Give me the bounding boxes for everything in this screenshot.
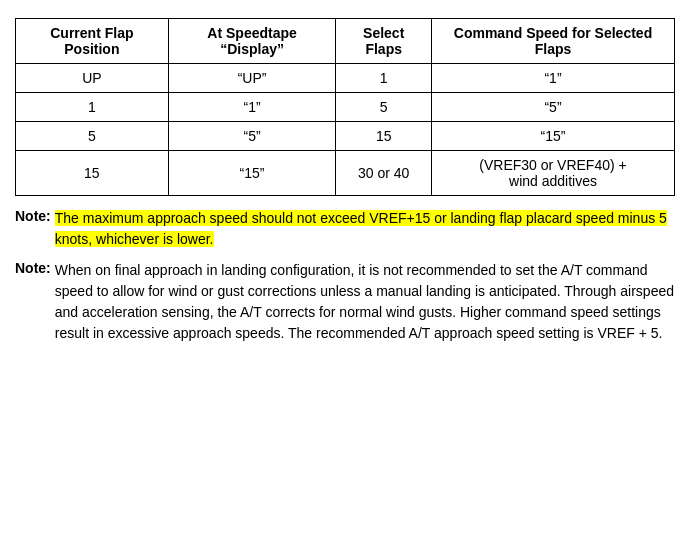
table-cell: “15”: [168, 151, 336, 196]
table-cell: 30 or 40: [336, 151, 432, 196]
note-text: When on final approach in landing config…: [55, 260, 675, 344]
table-cell: “1”: [432, 64, 675, 93]
table-cell: UP: [16, 64, 169, 93]
highlighted-text: The maximum approach speed should not ex…: [55, 210, 667, 247]
table-cell: 1: [16, 93, 169, 122]
note-label: Note:: [15, 260, 51, 276]
table-header: Command Speed for Selected Flaps: [432, 19, 675, 64]
table-row: 5“5”15“15”: [16, 122, 675, 151]
table-row: 15“15”30 or 40(VREF30 or VREF40) + wind …: [16, 151, 675, 196]
table-header: At Speedtape “Display”: [168, 19, 336, 64]
note-block: Note:The maximum approach speed should n…: [15, 208, 675, 250]
table-cell: “5”: [168, 122, 336, 151]
note-text: The maximum approach speed should not ex…: [55, 208, 675, 250]
note-block: Note:When on final approach in landing c…: [15, 260, 675, 344]
table-cell: “UP”: [168, 64, 336, 93]
table-cell: 15: [16, 151, 169, 196]
table-cell: “1”: [168, 93, 336, 122]
table-header: Current Flap Position: [16, 19, 169, 64]
table-header: Select Flaps: [336, 19, 432, 64]
table-row: 1“1”5“5”: [16, 93, 675, 122]
table-cell: 5: [336, 93, 432, 122]
table-cell: 5: [16, 122, 169, 151]
note-label: Note:: [15, 208, 51, 224]
table-cell: 1: [336, 64, 432, 93]
flap-schedule-table: Current Flap PositionAt Speedtape “Displ…: [15, 18, 675, 196]
table-cell: 15: [336, 122, 432, 151]
table-cell: (VREF30 or VREF40) + wind additives: [432, 151, 675, 196]
table-cell: “15”: [432, 122, 675, 151]
table-row: UP“UP”1“1”: [16, 64, 675, 93]
table-cell: “5”: [432, 93, 675, 122]
